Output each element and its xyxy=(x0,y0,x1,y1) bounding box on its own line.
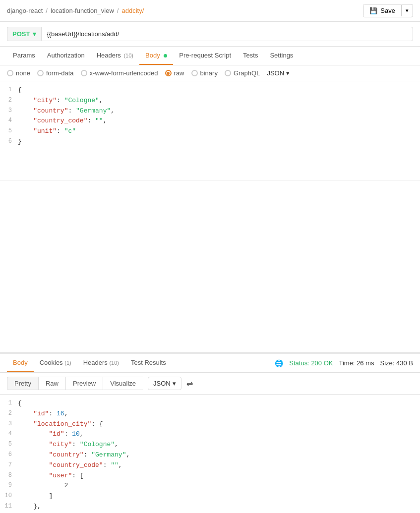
code-line: 2 "id": 16, xyxy=(0,409,420,419)
resp-tab-body[interactable]: Body xyxy=(7,354,34,372)
breadcrumb-part3: addcity/ xyxy=(121,7,144,14)
tab-prerequest[interactable]: Pre-request Script xyxy=(173,47,237,65)
size-label: Size: 430 B xyxy=(380,359,414,367)
resp-tab-test-results[interactable]: Test Results xyxy=(125,354,172,372)
method-label: POST xyxy=(12,30,30,38)
save-button[interactable]: 💾 Save xyxy=(363,4,401,17)
response-view-tabs: Pretty Raw Preview Visualize JSON ▾ ⇌ xyxy=(0,373,420,395)
radio-urlencoded xyxy=(81,70,87,76)
breadcrumb-sep2: / xyxy=(117,7,119,14)
breadcrumb-part2: location-function_view xyxy=(51,7,114,14)
response-tabs-bar: Body Cookies (1) Headers (10) Test Resul… xyxy=(0,354,420,373)
radio-raw xyxy=(165,70,172,76)
top-bar: django-react / location-function_view / … xyxy=(0,0,420,22)
breadcrumb: django-react / location-function_view / … xyxy=(7,7,144,14)
code-line: 1{ xyxy=(0,85,420,96)
method-arrow: ▾ xyxy=(33,30,36,38)
save-label: Save xyxy=(380,7,395,14)
option-form-data[interactable]: form-data xyxy=(37,69,74,77)
breadcrumb-sep1: / xyxy=(46,7,48,14)
save-icon: 💾 xyxy=(369,7,377,14)
code-line: 6} xyxy=(0,137,420,147)
code-line: 4 "country_code": "", xyxy=(0,116,420,126)
radio-binary xyxy=(191,70,198,76)
resp-json-arrow: ▾ xyxy=(173,380,176,387)
tab-params[interactable]: Params xyxy=(7,47,41,65)
globe-icon: 🌐 xyxy=(275,359,283,367)
code-line: 5 "unit": "c" xyxy=(0,126,420,137)
save-button-group: 💾 Save ▾ xyxy=(363,4,413,17)
radio-graphql xyxy=(225,70,231,76)
body-options: none form-data x-www-form-urlencoded raw… xyxy=(0,65,420,81)
view-tab-pretty[interactable]: Pretty xyxy=(7,377,38,390)
option-binary[interactable]: binary xyxy=(191,69,218,77)
editor-spacer xyxy=(0,180,420,354)
option-none[interactable]: none xyxy=(7,69,30,77)
code-line: 9 2 xyxy=(0,481,420,491)
request-tabs: Params Authorization Headers (10) Body P… xyxy=(0,47,420,65)
json-arrow: ▾ xyxy=(286,69,290,77)
time-label: Time: 26 ms xyxy=(339,359,374,367)
method-select[interactable]: POST ▾ xyxy=(7,27,41,41)
code-line: 3 "location_city": { xyxy=(0,419,420,430)
status-label: Status: 200 OK xyxy=(289,359,333,367)
tab-body[interactable]: Body xyxy=(139,47,173,65)
option-urlencoded[interactable]: x-www-form-urlencoded xyxy=(81,69,158,77)
breadcrumb-part1: django-react xyxy=(7,7,43,14)
response-body-viewer: 1{2 "id": 16,3 "location_city": {4 "id":… xyxy=(0,395,420,513)
code-line: 4 "id": 10, xyxy=(0,429,420,440)
view-tab-visualize[interactable]: Visualize xyxy=(103,377,143,390)
filter-icon[interactable]: ⇌ xyxy=(186,379,193,388)
json-label: JSON xyxy=(267,69,284,77)
radio-none xyxy=(7,70,13,76)
code-line: 10 ] xyxy=(0,491,420,502)
code-line: 3 "country": "Germany", xyxy=(0,106,420,116)
code-line: 7 "country_code": "", xyxy=(0,460,420,471)
tab-headers[interactable]: Headers (10) xyxy=(91,47,139,65)
top-actions: 💾 Save ▾ xyxy=(363,4,413,17)
option-graphql[interactable]: GraphQL xyxy=(225,69,260,77)
tab-tests[interactable]: Tests xyxy=(237,47,264,65)
code-line: 8 "user": [ xyxy=(0,471,420,481)
body-dot xyxy=(164,54,167,57)
code-line: 6 "country": "Germany", xyxy=(0,450,420,460)
radio-form-data xyxy=(37,70,44,76)
view-tab-preview[interactable]: Preview xyxy=(65,377,103,390)
resp-tab-headers[interactable]: Headers (10) xyxy=(77,354,125,372)
resp-json-select[interactable]: JSON ▾ xyxy=(148,377,181,390)
url-bar: POST ▾ xyxy=(0,22,420,47)
code-line: 1{ xyxy=(0,399,420,409)
view-tab-raw[interactable]: Raw xyxy=(38,377,65,390)
tab-settings[interactable]: Settings xyxy=(264,47,299,65)
code-line: 11 }, xyxy=(0,502,420,512)
tab-authorization[interactable]: Authorization xyxy=(41,47,91,65)
code-line: 5 "city": "Cologne", xyxy=(0,440,420,450)
code-line: 2 "city": "Cologne", xyxy=(0,96,420,106)
response-meta: 🌐 Status: 200 OK Time: 26 ms Size: 430 B xyxy=(275,359,413,367)
resp-tab-cookies[interactable]: Cookies (1) xyxy=(34,354,77,372)
url-input[interactable] xyxy=(41,27,413,41)
resp-json-label: JSON xyxy=(153,380,171,387)
save-dropdown-arrow[interactable]: ▾ xyxy=(401,5,413,16)
response-tabs-left: Body Cookies (1) Headers (10) Test Resul… xyxy=(7,354,172,372)
request-body-editor[interactable]: 1{2 "city": "Cologne",3 "country": "Germ… xyxy=(0,81,420,180)
option-raw[interactable]: raw xyxy=(165,69,184,77)
json-format-select[interactable]: JSON ▾ xyxy=(267,69,290,77)
